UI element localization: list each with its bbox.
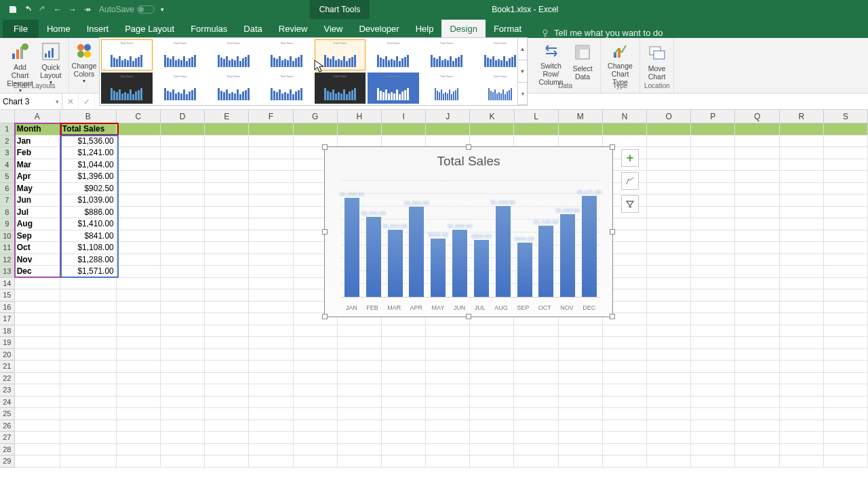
row-header[interactable]: 8 bbox=[0, 207, 15, 219]
cell[interactable] bbox=[15, 444, 60, 456]
cell[interactable] bbox=[780, 207, 824, 219]
cell[interactable] bbox=[691, 420, 735, 432]
cell[interactable] bbox=[205, 313, 249, 325]
cell[interactable] bbox=[60, 373, 117, 385]
chart-bar[interactable]: $1,108.00 bbox=[538, 226, 553, 297]
cell[interactable] bbox=[60, 396, 117, 409]
cell[interactable] bbox=[470, 325, 514, 338]
row-header[interactable]: 27 bbox=[0, 432, 15, 444]
cell[interactable] bbox=[647, 195, 691, 207]
tab-file[interactable]: File bbox=[3, 20, 39, 38]
chart-bar[interactable]: $1,241.00 bbox=[366, 217, 381, 297]
cell[interactable] bbox=[735, 289, 779, 302]
chart-style-15[interactable]: Total Sales bbox=[421, 73, 473, 104]
cell[interactable] bbox=[514, 337, 558, 349]
cell[interactable] bbox=[559, 455, 603, 468]
cell[interactable] bbox=[824, 373, 868, 385]
cell[interactable] bbox=[824, 123, 868, 136]
chart-bar[interactable]: $1,039.00 bbox=[452, 230, 467, 297]
row-header[interactable]: 28 bbox=[0, 444, 15, 456]
cell[interactable] bbox=[294, 361, 338, 373]
cell[interactable] bbox=[426, 361, 470, 373]
cell[interactable] bbox=[603, 337, 647, 349]
cell[interactable] bbox=[249, 242, 293, 254]
cell[interactable] bbox=[249, 444, 293, 456]
cell[interactable] bbox=[161, 289, 205, 302]
cell[interactable] bbox=[60, 444, 117, 456]
cell[interactable] bbox=[161, 159, 205, 171]
cell[interactable] bbox=[691, 384, 735, 396]
cell[interactable] bbox=[117, 218, 161, 230]
cell[interactable]: Nov bbox=[15, 254, 60, 266]
cell[interactable] bbox=[15, 325, 60, 338]
chart-style-12[interactable]: Total Sales bbox=[261, 73, 313, 104]
cell[interactable] bbox=[294, 325, 338, 338]
cell[interactable] bbox=[647, 313, 691, 325]
chart-style-14[interactable]: Total Sales bbox=[368, 73, 419, 104]
cell[interactable] bbox=[382, 444, 426, 456]
cell[interactable] bbox=[514, 373, 558, 385]
cell[interactable] bbox=[249, 396, 293, 409]
cell[interactable] bbox=[338, 384, 382, 396]
cell[interactable] bbox=[647, 384, 691, 396]
cell[interactable] bbox=[382, 136, 426, 148]
chart-style-1[interactable]: Total Sales bbox=[101, 39, 153, 70]
cell[interactable] bbox=[824, 455, 868, 468]
cell[interactable] bbox=[691, 147, 735, 159]
cell[interactable] bbox=[249, 159, 293, 171]
cell[interactable] bbox=[603, 373, 647, 385]
column-header-O[interactable]: O bbox=[647, 110, 691, 123]
cell[interactable] bbox=[735, 207, 779, 219]
chart-style-2[interactable]: Total Sales bbox=[155, 39, 206, 70]
cell[interactable] bbox=[382, 432, 426, 444]
cell[interactable] bbox=[470, 373, 514, 385]
cell[interactable] bbox=[780, 455, 824, 468]
cell[interactable] bbox=[249, 136, 293, 148]
cell[interactable] bbox=[205, 218, 249, 230]
cell[interactable] bbox=[735, 266, 779, 278]
chart-bar[interactable]: $1,288.00 bbox=[560, 214, 575, 297]
chart-filters-button[interactable] bbox=[621, 195, 639, 213]
cell[interactable] bbox=[117, 266, 161, 278]
cell[interactable] bbox=[470, 444, 514, 456]
cell[interactable] bbox=[470, 396, 514, 409]
cell[interactable] bbox=[205, 147, 249, 159]
cell[interactable] bbox=[161, 373, 205, 385]
cell[interactable] bbox=[647, 289, 691, 302]
cell[interactable] bbox=[735, 195, 779, 207]
cell[interactable] bbox=[249, 254, 293, 266]
cell[interactable] bbox=[161, 266, 205, 278]
cell[interactable] bbox=[470, 432, 514, 444]
cell[interactable] bbox=[647, 183, 691, 195]
cell[interactable] bbox=[735, 384, 779, 396]
cell[interactable] bbox=[514, 384, 558, 396]
cell[interactable] bbox=[205, 420, 249, 432]
cell[interactable] bbox=[426, 420, 470, 432]
cell[interactable]: $1,108.00 bbox=[60, 242, 117, 254]
cell[interactable]: Jan bbox=[15, 136, 60, 148]
cell[interactable] bbox=[205, 242, 249, 254]
cell[interactable] bbox=[294, 396, 338, 409]
row-header[interactable]: 7 bbox=[0, 195, 15, 207]
cell[interactable] bbox=[780, 337, 824, 349]
cell[interactable] bbox=[691, 123, 735, 136]
cell[interactable] bbox=[161, 123, 205, 136]
cell[interactable] bbox=[249, 289, 293, 302]
cell[interactable] bbox=[117, 302, 161, 314]
cell[interactable] bbox=[691, 254, 735, 266]
cell[interactable] bbox=[205, 337, 249, 349]
cell[interactable] bbox=[382, 455, 426, 468]
cell[interactable] bbox=[735, 313, 779, 325]
autosave-toggle[interactable]: AutoSave bbox=[99, 5, 155, 14]
fn-enter-icon[interactable]: ✓ bbox=[79, 94, 95, 109]
cell[interactable] bbox=[691, 242, 735, 254]
cell[interactable] bbox=[735, 432, 779, 444]
cell[interactable]: Jun bbox=[15, 195, 60, 207]
chart-title[interactable]: Total Sales bbox=[325, 154, 612, 169]
cell[interactable] bbox=[294, 123, 338, 136]
cell[interactable] bbox=[647, 147, 691, 159]
cell[interactable] bbox=[205, 444, 249, 456]
cell[interactable] bbox=[426, 136, 470, 148]
cell[interactable] bbox=[161, 171, 205, 183]
change-chart-type-button[interactable]: Change Chart Type bbox=[605, 40, 635, 82]
